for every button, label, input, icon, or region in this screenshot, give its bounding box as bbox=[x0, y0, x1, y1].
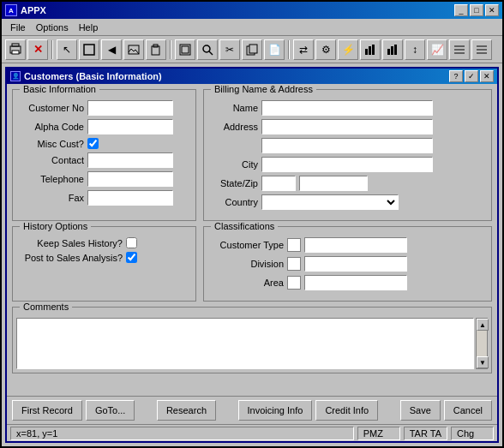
inner-close-button[interactable]: ✕ bbox=[480, 70, 494, 82]
menu-options[interactable]: Options bbox=[31, 21, 74, 33]
misc-cust-label: Misc Cust? bbox=[20, 139, 84, 149]
state-zip-container bbox=[261, 176, 368, 191]
goto-button[interactable]: GoTo... bbox=[86, 400, 135, 421]
billing-name-input[interactable] bbox=[261, 100, 433, 116]
post-sales-checkbox[interactable] bbox=[126, 252, 137, 263]
svg-rect-2 bbox=[12, 51, 19, 54]
middle-group-row: History Options Keep Sales History? Post… bbox=[12, 226, 492, 302]
customer-no-row: Customer No bbox=[20, 100, 189, 116]
toolbar-print-btn[interactable] bbox=[5, 39, 26, 60]
inner-check-button[interactable]: ✓ bbox=[465, 70, 478, 82]
toolbar-square-btn[interactable] bbox=[175, 39, 195, 60]
cust-type-input[interactable] bbox=[304, 237, 407, 253]
post-sales-row: Post to Sales Analysis? bbox=[20, 252, 189, 263]
save-button[interactable]: Save bbox=[400, 400, 441, 421]
toolbar-rect-btn[interactable] bbox=[79, 39, 99, 60]
toolbar-gear-btn[interactable]: ⚙ bbox=[315, 39, 336, 60]
status-tar-ta: TAR TA bbox=[404, 427, 447, 440]
inner-icon: 👤 bbox=[10, 71, 21, 81]
billing-city-row: City bbox=[211, 157, 484, 172]
customer-no-input[interactable] bbox=[87, 100, 173, 116]
status-pmz: PMZ bbox=[357, 427, 400, 440]
toolbar-cut-btn[interactable]: ✂ bbox=[219, 39, 240, 60]
toolbar-image-btn[interactable] bbox=[123, 39, 144, 60]
toolbar-chart1-btn[interactable] bbox=[360, 39, 381, 60]
minimize-button[interactable]: _ bbox=[454, 4, 468, 16]
keep-sales-label: Keep Sales History? bbox=[20, 238, 123, 248]
misc-cust-checkbox[interactable] bbox=[87, 138, 99, 149]
billing-address-label: Address bbox=[211, 122, 258, 132]
menu-help[interactable]: Help bbox=[74, 21, 104, 33]
billing-country-select[interactable] bbox=[261, 194, 399, 210]
area-input[interactable] bbox=[304, 275, 407, 290]
contact-input[interactable] bbox=[87, 152, 173, 168]
billing-state-input[interactable] bbox=[261, 176, 296, 191]
inner-controls: ? ✓ ✕ bbox=[449, 70, 494, 82]
toolbar-swap-btn[interactable]: ⇄ bbox=[293, 39, 314, 60]
keep-sales-checkbox[interactable] bbox=[126, 237, 137, 248]
toolbar-chart2-btn[interactable] bbox=[382, 39, 403, 60]
area-label: Area bbox=[211, 278, 284, 288]
toolbar-list2-btn[interactable] bbox=[471, 39, 492, 60]
misc-cust-row: Misc Cust? bbox=[20, 138, 189, 149]
billing-name-label: Name bbox=[211, 103, 258, 113]
cust-type-label: Customer Type bbox=[211, 240, 284, 250]
billing-address-input[interactable] bbox=[261, 119, 433, 134]
billing-address2-row bbox=[211, 138, 484, 153]
fax-row: Fax bbox=[20, 190, 189, 206]
app-window: A APPX _ □ ✕ File Options Help ✕ ↖ ◀ bbox=[0, 0, 504, 448]
svg-rect-3 bbox=[84, 45, 94, 55]
comments-label: Comments bbox=[20, 302, 72, 312]
toolbar-search-btn[interactable] bbox=[197, 39, 218, 60]
history-group: History Options Keep Sales History? Post… bbox=[12, 226, 196, 302]
app-title: APPX bbox=[21, 5, 46, 15]
toolbar-paste-btn[interactable]: 📄 bbox=[264, 39, 285, 60]
close-button[interactable]: ✕ bbox=[485, 4, 499, 16]
research-button[interactable]: Research bbox=[157, 400, 216, 421]
division-input[interactable] bbox=[304, 256, 407, 272]
scroll-down-arrow[interactable]: ▼ bbox=[477, 356, 489, 368]
menu-file[interactable]: File bbox=[5, 21, 31, 33]
maximize-button[interactable]: □ bbox=[470, 4, 483, 16]
toolbar-stop-btn[interactable]: ✕ bbox=[27, 39, 48, 60]
scroll-up-arrow[interactable]: ▲ bbox=[477, 319, 489, 331]
invoicing-info-button[interactable]: Invoicing Info bbox=[238, 400, 313, 421]
cancel-button[interactable]: Cancel bbox=[444, 400, 492, 421]
billing-zip-input[interactable] bbox=[299, 176, 368, 191]
toolbar-back-btn[interactable]: ◀ bbox=[101, 39, 122, 60]
title-controls: _ □ ✕ bbox=[454, 4, 499, 16]
toolbar-trend-btn[interactable]: 📈 bbox=[427, 39, 447, 60]
cust-type-row: Customer Type bbox=[211, 237, 484, 253]
toolbar-sep3 bbox=[288, 40, 290, 59]
credit-info-button[interactable]: Credit Info bbox=[315, 400, 378, 421]
billing-city-input[interactable] bbox=[261, 157, 433, 172]
billing-state-row: State/Zip bbox=[211, 176, 484, 191]
billing-address2-input[interactable] bbox=[261, 138, 433, 153]
svg-rect-8 bbox=[182, 46, 189, 53]
button-bar: First Record GoTo... Research Invoicing … bbox=[7, 396, 497, 424]
fax-input[interactable] bbox=[87, 190, 173, 206]
comments-textarea[interactable] bbox=[16, 318, 474, 369]
toolbar-bolt-btn[interactable]: ⚡ bbox=[338, 39, 358, 60]
toolbar-list1-btn[interactable] bbox=[449, 39, 470, 60]
svg-rect-14 bbox=[369, 46, 371, 55]
svg-rect-12 bbox=[249, 45, 257, 53]
area-row: Area bbox=[211, 275, 484, 290]
svg-rect-18 bbox=[394, 45, 397, 55]
billing-country-row: Country bbox=[211, 194, 484, 210]
area-color bbox=[287, 276, 301, 290]
toolbar-pointer-btn[interactable]: ↖ bbox=[57, 39, 77, 60]
app-title-bar: A APPX _ □ ✕ bbox=[2, 2, 502, 19]
toolbar-updown-btn[interactable]: ↕ bbox=[405, 39, 425, 60]
toolbar-clipboard-btn[interactable] bbox=[146, 39, 166, 60]
billing-state-label: State/Zip bbox=[211, 178, 258, 188]
app-icon: A bbox=[5, 4, 17, 16]
toolbar-copy-btn[interactable] bbox=[242, 39, 262, 60]
comments-scrollbar[interactable]: ▲ ▼ bbox=[476, 318, 488, 369]
status-position: x=81, y=1 bbox=[10, 427, 354, 440]
alpha-code-input[interactable] bbox=[87, 119, 173, 134]
inner-help-button[interactable]: ? bbox=[449, 70, 463, 82]
telephone-input[interactable] bbox=[87, 171, 173, 187]
toolbar-sep2 bbox=[170, 40, 171, 59]
first-record-button[interactable]: First Record bbox=[12, 400, 82, 421]
